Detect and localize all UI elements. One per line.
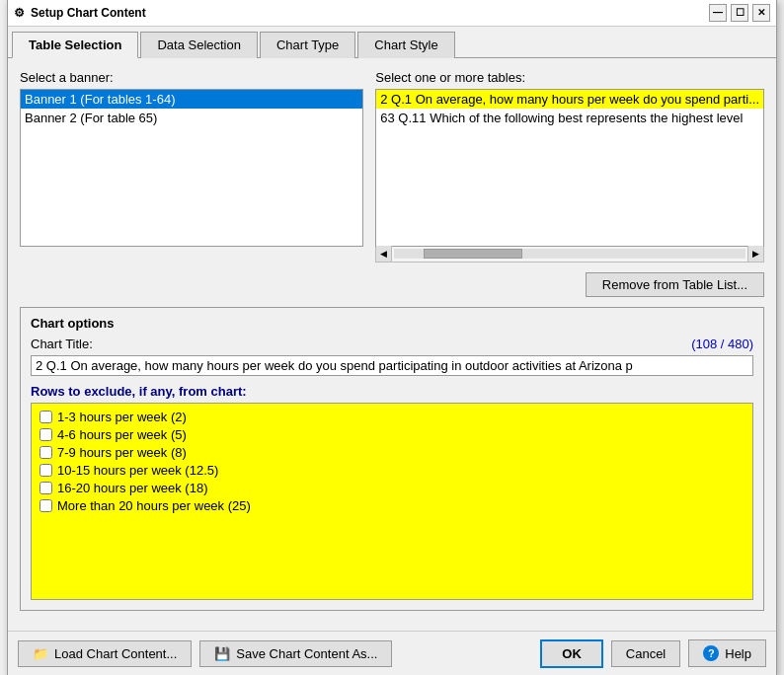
row-exclude-label-0: 1-3 hours per week (2) — [57, 410, 187, 424]
save-chart-content-button[interactable]: 💾 Save Chart Content As... — [199, 640, 392, 667]
scroll-right-button[interactable]: ▶ — [747, 246, 763, 262]
row-exclude-checkbox-2[interactable] — [39, 446, 52, 459]
row-exclude-item: 7-9 hours per week (8) — [39, 445, 745, 460]
chart-title-input[interactable] — [31, 355, 753, 376]
folder-icon: 📁 — [33, 646, 48, 661]
scroll-track — [394, 249, 745, 259]
footer-left: 📁 Load Chart Content... 💾 Save Chart Con… — [18, 640, 392, 667]
cancel-button[interactable]: Cancel — [611, 640, 680, 667]
banner-label: Select a banner: — [20, 70, 363, 85]
row-exclude-item: 10-15 hours per week (12.5) — [39, 463, 745, 478]
banner-list[interactable]: Banner 1 (For tables 1-64) Banner 2 (For… — [20, 89, 363, 247]
minimize-button[interactable]: — — [709, 4, 727, 22]
row-exclude-checkbox-0[interactable] — [39, 411, 52, 423]
horizontal-scrollbar[interactable]: ◀ ▶ — [375, 247, 764, 262]
row-exclude-item: 1-3 hours per week (2) — [39, 410, 745, 424]
row-exclude-item: 16-20 hours per week (18) — [39, 481, 745, 495]
list-item[interactable]: Banner 1 (For tables 1-64) — [21, 90, 362, 109]
chart-title-row: Chart Title: (108 / 480) — [31, 337, 753, 351]
tables-label: Select one or more tables: — [375, 70, 764, 85]
help-button[interactable]: ? Help — [688, 639, 766, 667]
title-bar-left: ⚙ Setup Chart Content — [14, 6, 146, 20]
row-exclude-label-1: 4-6 hours per week (5) — [57, 427, 187, 442]
chart-title-count: (108 / 480) — [691, 337, 753, 351]
tab-table-selection[interactable]: Table Selection — [12, 32, 138, 58]
row-exclude-item: More than 20 hours per week (25) — [39, 498, 745, 513]
tab-chart-type[interactable]: Chart Type — [260, 32, 355, 58]
row-exclude-label-5: More than 20 hours per week (25) — [57, 498, 251, 513]
remove-btn-row: Remove from Table List... — [20, 272, 764, 297]
footer: 📁 Load Chart Content... 💾 Save Chart Con… — [8, 631, 776, 676]
main-window: ⚙ Setup Chart Content — ☐ ✕ Table Select… — [7, 0, 777, 675]
title-bar: ⚙ Setup Chart Content — ☐ ✕ — [8, 0, 776, 27]
scroll-thumb[interactable] — [424, 249, 522, 259]
row-exclude-item: 4-6 hours per week (5) — [39, 427, 745, 442]
rows-exclude-label: Rows to exclude, if any, from chart: — [31, 384, 753, 399]
tables-column: Select one or more tables: 2 Q.1 On aver… — [375, 70, 764, 262]
row-exclude-checkbox-1[interactable] — [39, 428, 52, 441]
list-item[interactable]: Banner 2 (For table 65) — [21, 109, 362, 127]
remove-from-table-button[interactable]: Remove from Table List... — [586, 272, 764, 297]
tab-bar: Table Selection Data Selection Chart Typ… — [8, 27, 776, 58]
banner-column: Select a banner: Banner 1 (For tables 1-… — [20, 70, 363, 262]
window-title: Setup Chart Content — [31, 6, 146, 20]
tab-data-selection[interactable]: Data Selection — [140, 32, 258, 58]
scroll-left-button[interactable]: ◀ — [376, 246, 392, 262]
tables-list[interactable]: 2 Q.1 On average, how many hours per wee… — [375, 89, 764, 247]
tab-content: Select a banner: Banner 1 (For tables 1-… — [8, 58, 776, 631]
list-item[interactable]: 2 Q.1 On average, how many hours per wee… — [376, 90, 763, 109]
row-exclude-label-2: 7-9 hours per week (8) — [57, 445, 187, 460]
row-exclude-label-3: 10-15 hours per week (12.5) — [57, 463, 218, 478]
selection-columns: Select a banner: Banner 1 (For tables 1-… — [20, 70, 764, 262]
help-button-label: Help — [725, 646, 751, 661]
footer-right: OK Cancel ? Help — [540, 639, 766, 668]
list-item[interactable]: 63 Q.11 Which of the following best repr… — [376, 109, 763, 127]
save-button-label: Save Chart Content As... — [236, 646, 377, 661]
chart-options-group: Chart options Chart Title: (108 / 480) R… — [20, 307, 764, 611]
help-icon: ? — [703, 645, 719, 661]
app-icon: ⚙ — [14, 6, 25, 20]
row-exclude-checkbox-4[interactable] — [39, 482, 52, 494]
chart-options-title: Chart options — [31, 316, 753, 331]
chart-title-label: Chart Title: — [31, 337, 93, 351]
tab-chart-style[interactable]: Chart Style — [357, 32, 454, 58]
title-bar-controls: — ☐ ✕ — [709, 4, 770, 22]
close-button[interactable]: ✕ — [752, 4, 770, 22]
maximize-button[interactable]: ☐ — [731, 4, 748, 22]
load-button-label: Load Chart Content... — [54, 646, 177, 661]
load-chart-content-button[interactable]: 📁 Load Chart Content... — [18, 640, 192, 667]
ok-button[interactable]: OK — [540, 639, 603, 668]
save-icon: 💾 — [214, 646, 230, 661]
row-exclude-checkbox-3[interactable] — [39, 464, 52, 477]
row-exclude-label-4: 16-20 hours per week (18) — [57, 481, 207, 495]
rows-exclude-box: 1-3 hours per week (2) 4-6 hours per wee… — [31, 403, 753, 600]
row-exclude-checkbox-5[interactable] — [39, 499, 52, 512]
